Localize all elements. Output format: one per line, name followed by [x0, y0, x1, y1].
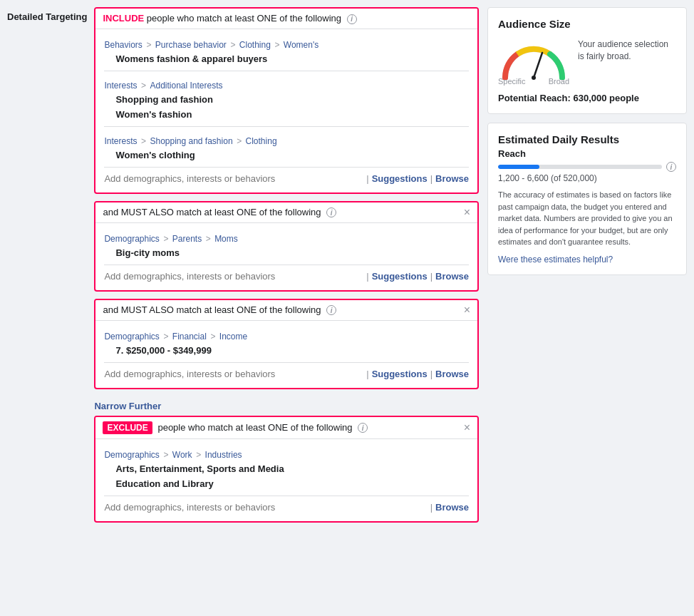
behaviors-breadcrumb: Behaviors > Purchase behavior > Clothing… — [104, 35, 469, 51]
exclude-search-bar: | Browse — [104, 496, 469, 515]
reach-label: Reach — [498, 148, 676, 159]
must-also-2-header-text: and MUST ALSO match at least ONE of the … — [103, 304, 336, 316]
audience-item-big-city-moms: Big-city moms — [104, 245, 469, 260]
interests-clothing-breadcrumb: Interests > Shopping and fashion > Cloth… — [104, 131, 469, 148]
demographics-work-breadcrumb: Demographics > Work > Industries — [104, 445, 469, 461]
clothing-link-2[interactable]: Clothing — [246, 136, 277, 146]
audience-description: Your audience selection is fairly broad. — [578, 38, 676, 63]
must-also-2-body: Demographics > Financial > Income 7. $25… — [95, 320, 477, 388]
broad-label: Broad — [549, 77, 569, 86]
svg-line-0 — [534, 53, 542, 78]
must-also-1-search-bar: | Suggestions | Browse — [104, 265, 469, 284]
reach-bar-row: i — [498, 162, 676, 172]
work-link[interactable]: Work — [172, 450, 192, 460]
right-panel: Audience Size — [487, 7, 687, 609]
interests-additional-breadcrumb: Interests > Additional Interests — [104, 76, 469, 92]
must-also-1-header: and MUST ALSO match at least ONE of the … — [95, 202, 477, 222]
exclude-targeting-box: EXCLUDE people who match at least ONE of… — [94, 416, 479, 523]
specific-label: Specific — [498, 77, 526, 86]
purchase-behavior-link[interactable]: Purchase behavior — [155, 40, 227, 50]
exclude-label: EXCLUDE — [103, 421, 152, 434]
additional-interests-link[interactable]: Additional Interests — [150, 81, 222, 91]
reach-bar-background — [498, 165, 662, 169]
include-search-input[interactable] — [104, 173, 366, 184]
audience-size-card: Audience Size — [487, 7, 687, 114]
demographics-link-2[interactable]: Demographics — [104, 332, 159, 342]
demographics-financial-breadcrumb: Demographics > Financial > Income — [104, 327, 469, 343]
income-link[interactable]: Income — [219, 332, 247, 342]
include-info-icon: i — [347, 14, 357, 24]
gauge-svg — [498, 38, 569, 80]
exclude-browse-link[interactable]: Browse — [435, 502, 469, 513]
must-also-2-close-button[interactable]: × — [464, 304, 470, 316]
must-also-1-search-input[interactable] — [104, 271, 366, 282]
must-also-1-header-text: and MUST ALSO match at least ONE of the … — [103, 207, 336, 218]
must-also-2-search-bar: | Suggestions | Browse — [104, 362, 469, 382]
must-also-1-info-icon: i — [326, 207, 336, 217]
estimated-daily-title: Estimated Daily Results — [498, 133, 676, 145]
detailed-targeting-label: Detailed Targeting — [7, 7, 87, 22]
clothing-link[interactable]: Clothing — [239, 40, 271, 50]
must-also-box-2: and MUST ALSO match at least ONE of the … — [94, 299, 479, 389]
audience-size-title: Audience Size — [498, 18, 676, 30]
include-browse-link[interactable]: Browse — [435, 173, 469, 184]
must-also-1-suggestions-link[interactable]: Suggestions — [372, 271, 428, 282]
demographics-link-1[interactable]: Demographics — [104, 234, 159, 244]
moms-link[interactable]: Moms — [214, 234, 238, 244]
audience-item-arts: Arts, Entertainment, Sports and Media — [104, 461, 469, 476]
demographics-link-3[interactable]: Demographics — [104, 450, 159, 460]
include-targeting-box: INCLUDE people who match at least ONE of… — [94, 7, 479, 194]
must-also-box-1: and MUST ALSO match at least ONE of the … — [94, 201, 479, 292]
include-search-bar: | Suggestions | Browse — [104, 167, 469, 187]
must-also-2-suggestions-link[interactable]: Suggestions — [372, 369, 428, 379]
potential-reach: Potential Reach: 630,000 people — [498, 93, 676, 103]
include-header-text: INCLUDE people who match at least ONE of… — [103, 13, 356, 24]
must-also-2-search-input[interactable] — [104, 369, 366, 379]
womens-link[interactable]: Women's — [284, 40, 318, 50]
reach-value: 1,200 - 6,600 (of 520,000) — [498, 173, 676, 183]
interests-link-2[interactable]: Interests — [104, 136, 137, 146]
audience-item-income: 7. $250,000 - $349,999 — [104, 343, 469, 358]
industries-link[interactable]: Industries — [205, 450, 242, 460]
exclude-header-text: EXCLUDE people who match at least ONE of… — [103, 421, 368, 434]
must-also-1-body: Demographics > Parents > Moms Big-city m… — [95, 222, 477, 290]
must-also-2-info-icon: i — [326, 305, 336, 315]
must-also-1-browse-link[interactable]: Browse — [435, 271, 469, 282]
gauge-container: Specific Broad — [498, 38, 569, 86]
audience-item-womens-clothing: Women's clothing — [104, 148, 469, 163]
exclude-close-button[interactable]: × — [464, 422, 470, 433]
interests-link-1[interactable]: Interests — [104, 81, 137, 91]
demographics-parents-breadcrumb: Demographics > Parents > Moms — [104, 229, 469, 245]
must-also-1-close-button[interactable]: × — [464, 207, 470, 218]
include-box-body: Behaviors > Purchase behavior > Clothing… — [95, 29, 477, 192]
estimated-daily-card: Estimated Daily Results Reach i 1,200 - … — [487, 123, 687, 275]
audience-item-shopping-fashion: Shopping and fashion — [104, 92, 469, 107]
narrow-further-link[interactable]: Narrow Further — [94, 396, 479, 416]
audience-item-womens-fashion: Womens fashion & apparel buyers — [104, 51, 469, 66]
exclude-info-icon: i — [358, 423, 368, 433]
reach-info-icon: i — [666, 162, 676, 172]
exclude-box-body: Demographics > Work > Industries Arts, E… — [95, 438, 477, 521]
parents-link[interactable]: Parents — [172, 234, 202, 244]
shopping-fashion-link[interactable]: Shopping and fashion — [150, 136, 232, 146]
include-suggestions-link[interactable]: Suggestions — [372, 173, 428, 184]
must-also-2-header: and MUST ALSO match at least ONE of the … — [95, 300, 477, 320]
reach-bar-fill — [498, 165, 539, 169]
exclude-box-header: EXCLUDE people who match at least ONE of… — [95, 417, 477, 438]
audience-item-education: Education and Library — [104, 476, 469, 491]
helpful-link[interactable]: Were these estimates helpful? — [498, 255, 613, 265]
financial-link[interactable]: Financial — [172, 332, 207, 342]
audience-item-womens-fashion-interest: Women's fashion — [104, 107, 469, 122]
exclude-search-input[interactable] — [104, 502, 430, 513]
must-also-2-browse-link[interactable]: Browse — [435, 369, 469, 379]
estimated-note: The accuracy of estimates is based on fa… — [498, 189, 676, 248]
include-box-header: INCLUDE people who match at least ONE of… — [95, 9, 477, 29]
behaviors-link[interactable]: Behaviors — [104, 40, 142, 50]
